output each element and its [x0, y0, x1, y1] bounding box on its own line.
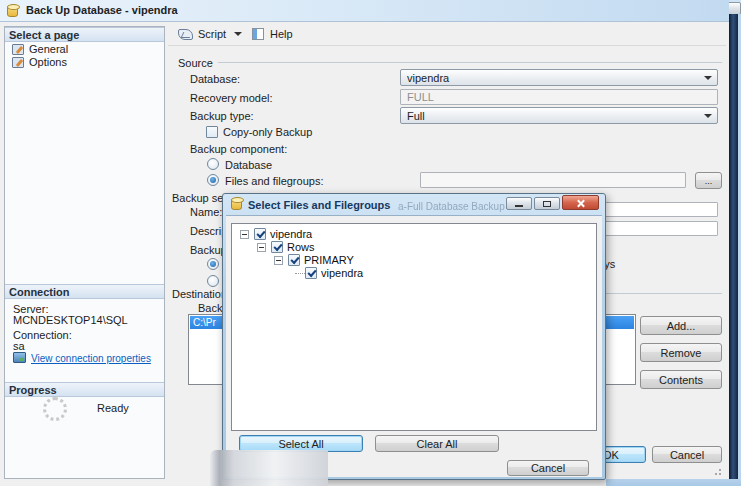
minimize-icon: [515, 205, 523, 207]
progress-header: Progress: [5, 382, 164, 397]
tree-checkbox[interactable]: [271, 241, 283, 253]
dialog-toolbar: Script Help: [168, 24, 726, 46]
sidebar-item-label: General: [29, 43, 68, 55]
section-divider: [218, 62, 722, 63]
cancel-button[interactable]: Cancel: [652, 446, 722, 463]
database-select[interactable]: vipendra: [400, 69, 718, 86]
tree-collapse-icon[interactable]: [274, 256, 283, 265]
recovery-model-field: FULL: [400, 89, 718, 105]
main-titlebar[interactable]: Back Up Database - vipendra: [0, 0, 729, 22]
files-and-filegroups-radio[interactable]: [207, 174, 219, 186]
source-section-label: Source: [178, 57, 213, 69]
tree-checkbox[interactable]: [288, 254, 300, 266]
window-title: Back Up Database - vipendra: [26, 4, 178, 16]
chevron-down-icon[interactable]: [234, 32, 242, 36]
copy-only-backup-checkbox[interactable]: [206, 126, 218, 138]
screenshot-root: { "main_window": { "title": "Back Up Dat…: [0, 0, 741, 486]
database-icon: [7, 5, 18, 17]
chevron-down-icon: [704, 76, 712, 80]
backup-type-label: Backup type:: [190, 110, 254, 122]
tree-item-vipendra-file[interactable]: vipendra: [232, 267, 596, 280]
maximize-icon: [543, 201, 551, 207]
help-icon: [252, 28, 264, 40]
expire-after-radio[interactable]: [207, 258, 219, 270]
overlay-close-button[interactable]: [562, 195, 599, 210]
backup-type-select[interactable]: Full: [400, 107, 718, 124]
select-a-page-header: Select a page: [5, 27, 164, 42]
files-and-filegroups-label: Files and filegroups:: [225, 175, 323, 187]
glass-ghost-text: a-Full Database Backup: [398, 201, 505, 212]
recovery-model-value: FULL: [407, 91, 434, 103]
tree-item-vipendra-root[interactable]: vipendra: [232, 228, 596, 241]
tree-collapse-icon[interactable]: [240, 230, 249, 239]
filegroups-tree[interactable]: vipendra Rows PRIMARY vipendra: [231, 223, 597, 431]
sidebar-item-label: Options: [29, 56, 67, 68]
connection-header: Connection: [5, 284, 164, 299]
tree-checkbox[interactable]: [305, 267, 317, 279]
page-icon: [12, 44, 24, 55]
overlay-dialog-title: Select Files and Filegroups: [248, 199, 390, 211]
tree-item-label: PRIMARY: [304, 254, 354, 266]
database-label: Database:: [190, 73, 240, 85]
tree-item-label: Rows: [287, 241, 315, 253]
view-connection-properties-link[interactable]: View connection properties: [31, 353, 151, 364]
overlay-minimize-button[interactable]: [506, 197, 532, 210]
progress-status: Ready: [97, 402, 129, 414]
database-radio[interactable]: [207, 158, 219, 170]
window-fragment-artifact: [210, 450, 328, 486]
clear-all-button[interactable]: Clear All: [375, 435, 499, 452]
browse-button[interactable]: ...: [695, 172, 722, 189]
database-radio-label: Database: [225, 159, 272, 171]
add-button[interactable]: Add...: [640, 316, 722, 335]
database-icon: [231, 198, 242, 210]
tree-item-primary[interactable]: PRIMARY: [232, 254, 596, 267]
script-icon: [178, 29, 193, 40]
database-select-value: vipendra: [407, 72, 449, 84]
connection-properties-icon: [13, 352, 26, 363]
backup-set-section-label: Backup set: [172, 192, 226, 204]
connection-value: sa: [13, 340, 25, 352]
sidebar: Select a page General Options Connection…: [4, 26, 165, 479]
destination-section-label: Destination: [172, 288, 227, 300]
backup-type-select-value: Full: [407, 110, 425, 122]
tree-collapse-icon[interactable]: [257, 243, 266, 252]
overlay-cancel-button[interactable]: Cancel: [507, 460, 589, 476]
tree-checkbox[interactable]: [254, 228, 266, 240]
tree-item-label: vipendra: [321, 267, 363, 279]
overlay-dialog-body: vipendra Rows PRIMARY vipendra Select Al…: [226, 215, 602, 477]
chevron-down-icon: [704, 114, 712, 118]
resize-grip[interactable]: [714, 466, 724, 476]
files-and-filegroups-field[interactable]: [420, 172, 686, 188]
contents-button[interactable]: Contents: [640, 370, 722, 389]
server-value: MCNDESKTOP14\SQL: [13, 314, 128, 326]
tree-item-label: vipendra: [270, 228, 312, 240]
overlay-maximize-button[interactable]: [534, 197, 560, 210]
expire-on-radio[interactable]: [207, 275, 219, 287]
remove-button[interactable]: Remove: [640, 343, 722, 362]
select-files-filegroups-dialog: Select Files and Filegroups a-Full Datab…: [222, 193, 606, 480]
tree-connector: [295, 273, 305, 274]
backup-component-label: Backup component:: [190, 143, 287, 155]
script-button[interactable]: Script: [198, 28, 226, 40]
progress-spinner-icon: [43, 397, 67, 421]
desktop-gap: [606, 479, 741, 486]
tree-item-rows[interactable]: Rows: [232, 241, 596, 254]
name-label: Name:: [190, 206, 222, 218]
background-window-edge: [729, 14, 738, 486]
recovery-model-label: Recovery model:: [190, 92, 273, 104]
copy-only-backup-label: Copy-only Backup: [223, 126, 312, 138]
page-icon: [12, 57, 24, 68]
help-button[interactable]: Help: [270, 28, 293, 40]
